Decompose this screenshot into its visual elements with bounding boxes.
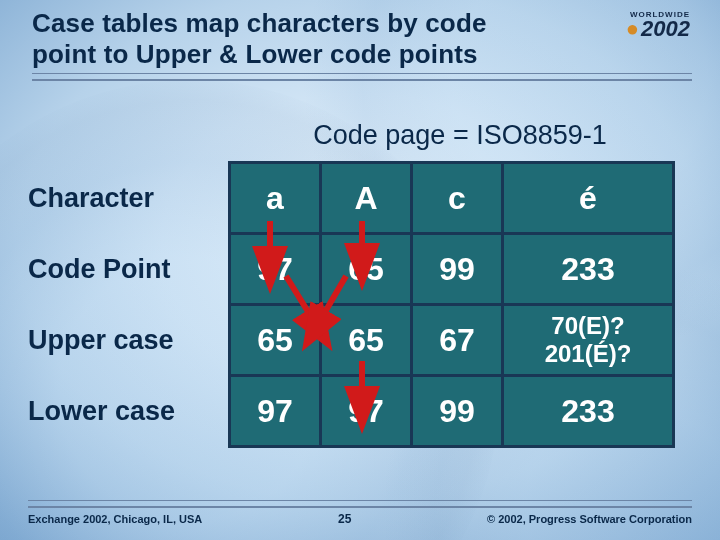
rowhead-upper: Upper case — [28, 305, 230, 376]
content-area: Code page = ISO8859-1 Character a A c é … — [28, 120, 692, 448]
cell-char-3: é — [503, 163, 674, 234]
page-number: 25 — [338, 512, 351, 526]
cell-upper-0: 65 — [230, 305, 321, 376]
cell-lower-2: 99 — [412, 376, 503, 447]
cell-upper-3-line1: 70(E)? — [551, 312, 624, 339]
rowhead-codepoint: Code Point — [28, 234, 230, 305]
cell-code-2: 99 — [412, 234, 503, 305]
row-character: Character a A c é — [28, 163, 674, 234]
footer-left: Exchange 2002, Chicago, IL, USA — [28, 513, 202, 525]
codepage-caption: Code page = ISO8859-1 — [228, 120, 692, 151]
cell-code-0: 97 — [230, 234, 321, 305]
cell-upper-1: 65 — [321, 305, 412, 376]
footer: Exchange 2002, Chicago, IL, USA 25 © 200… — [28, 500, 692, 526]
title-line-1: Case tables map characters by code — [32, 8, 487, 38]
header-rule — [32, 73, 692, 81]
row-upper: Upper case 65 65 67 70(E)? 201(É)? — [28, 305, 674, 376]
cell-char-1: A — [321, 163, 412, 234]
title-line-2: point to Upper & Lower code points — [32, 39, 478, 69]
footer-row: Exchange 2002, Chicago, IL, USA 25 © 200… — [28, 512, 692, 526]
cell-lower-0: 97 — [230, 376, 321, 447]
header: Case tables map characters by code point… — [32, 8, 692, 81]
cell-code-3: 233 — [503, 234, 674, 305]
footer-right: © 2002, Progress Software Corporation — [487, 513, 692, 525]
case-table: Character a A c é Code Point 97 65 99 23… — [28, 161, 675, 448]
cell-upper-3: 70(E)? 201(É)? — [503, 305, 674, 376]
cell-upper-3-line2: 201(É)? — [545, 340, 632, 367]
rowhead-character: Character — [28, 163, 230, 234]
footer-rule — [28, 500, 692, 508]
cell-lower-1: 97 — [321, 376, 412, 447]
row-codepoint: Code Point 97 65 99 233 — [28, 234, 674, 305]
cell-char-2: c — [412, 163, 503, 234]
slide: WORLDWIDE 2002 Case tables map character… — [0, 0, 720, 540]
cell-code-1: 65 — [321, 234, 412, 305]
row-lower: Lower case 97 97 99 233 — [28, 376, 674, 447]
cell-upper-2: 67 — [412, 305, 503, 376]
rowhead-lower: Lower case — [28, 376, 230, 447]
slide-title: Case tables map characters by code point… — [32, 8, 692, 69]
case-table-wrap: Character a A c é Code Point 97 65 99 23… — [28, 161, 692, 448]
cell-char-0: a — [230, 163, 321, 234]
cell-lower-3: 233 — [503, 376, 674, 447]
